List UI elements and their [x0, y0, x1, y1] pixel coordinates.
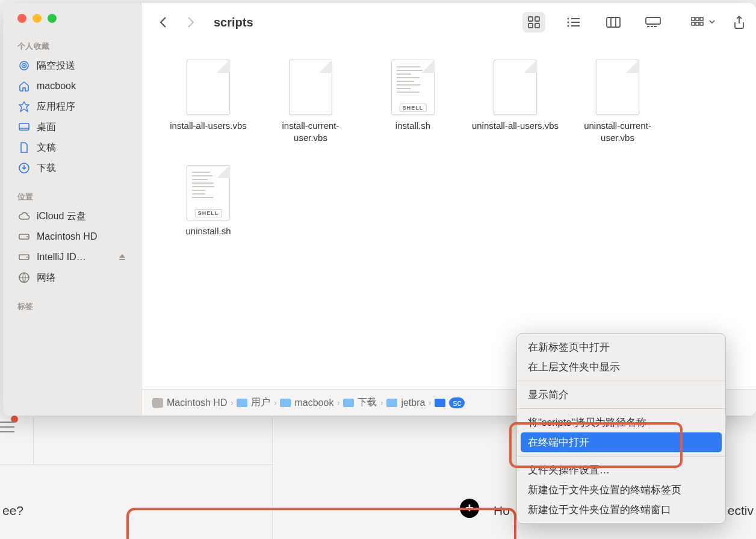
path-segment-label: 下载: [358, 396, 377, 409]
svg-rect-25: [692, 22, 695, 25]
context-menu-separator: [517, 456, 725, 456]
file-label: install-current-user.vbs: [265, 120, 356, 143]
window-controls: [3, 14, 141, 23]
sidebar-item-downloads[interactable]: 下载: [8, 158, 136, 178]
context-menu-item[interactable]: 新建位于文件夹位置的终端窗口: [517, 500, 725, 520]
sidebar-favorites-section: 个人收藏 隔空投送 macbook 应用程序 桌面 文稿: [3, 39, 141, 178]
chevron-right-icon: ›: [380, 399, 383, 407]
file-item[interactable]: uninstall-current-user.vbs: [572, 60, 663, 143]
svg-rect-12: [528, 23, 533, 28]
svg-point-15: [568, 22, 569, 23]
sidebar: 个人收藏 隔空投送 macbook 应用程序 桌面 文稿: [3, 3, 141, 416]
svg-rect-22: [692, 17, 695, 20]
sidebar-item-network[interactable]: 网络: [8, 267, 136, 288]
chevron-right-icon: ›: [274, 399, 276, 407]
sidebar-item-label: 隔空投送: [37, 60, 75, 72]
forward-button[interactable]: [180, 11, 202, 33]
sidebar-item-intellij[interactable]: IntelliJ ID…: [8, 247, 136, 267]
sidebar-section-header: 标签: [8, 299, 136, 316]
sidebar-item-label: 文稿: [37, 142, 56, 154]
path-segment[interactable]: 用户: [237, 396, 270, 409]
svg-rect-11: [535, 17, 539, 21]
context-menu-item[interactable]: 新建位于文件夹位置的终端标签页: [517, 480, 725, 500]
sidebar-item-documents[interactable]: 文稿: [8, 137, 136, 158]
path-segment[interactable]: 下载: [343, 396, 377, 409]
minimize-button[interactable]: [33, 14, 42, 23]
icon-view-button[interactable]: [522, 12, 545, 33]
svg-rect-10: [528, 17, 533, 21]
sidebar-locations-section: 位置 iCloud 云盘 Macintosh HD IntelliJ ID… 网…: [3, 189, 141, 288]
cloud-icon: [17, 210, 31, 223]
document-icon: [17, 141, 31, 154]
file-label: install-all-users.vbs: [170, 120, 247, 132]
file-item[interactable]: install-current-user.vbs: [265, 60, 356, 143]
path-segment[interactable]: jetbra: [386, 397, 425, 408]
svg-rect-23: [696, 17, 699, 20]
share-button[interactable]: [733, 15, 745, 30]
toolbar: scripts: [141, 3, 756, 42]
file-label: uninstall-current-user.vbs: [572, 120, 663, 143]
path-segment[interactable]: macbook: [280, 397, 333, 408]
file-label: uninstall-all-users.vbs: [472, 120, 559, 132]
sidebar-item-label: 下载: [37, 162, 56, 175]
svg-rect-13: [535, 23, 539, 28]
file-icon: [596, 60, 639, 115]
file-item[interactable]: uninstall-all-users.vbs: [470, 60, 560, 143]
context-menu-item[interactable]: 将"scripts"拷贝为路径名称: [517, 413, 725, 432]
context-menu-item[interactable]: 在上层文件夹中显示: [517, 357, 725, 377]
bg-text: ee?: [2, 503, 23, 518]
sidebar-item-home[interactable]: macbook: [8, 76, 136, 96]
svg-rect-19: [647, 26, 649, 27]
group-by-button[interactable]: [691, 17, 715, 28]
path-segment-label: 用户: [251, 396, 270, 409]
back-button[interactable]: [152, 11, 174, 33]
folder-icon: [343, 399, 354, 407]
sidebar-item-desktop[interactable]: 桌面: [8, 117, 136, 137]
file-item[interactable]: uninstall.sh: [163, 165, 253, 237]
file-icon: [391, 60, 435, 115]
disk-icon: [17, 251, 31, 264]
context-menu-item[interactable]: 在终端中打开: [521, 432, 722, 452]
column-view-button[interactable]: [602, 12, 625, 33]
svg-point-2: [23, 65, 25, 67]
context-menu-separator: [517, 381, 725, 381]
eject-icon[interactable]: [118, 253, 126, 261]
chevron-right-icon: ›: [337, 399, 339, 407]
path-segment[interactable]: sc: [435, 397, 465, 408]
file-icon: [187, 165, 230, 220]
gallery-view-button[interactable]: [642, 12, 665, 33]
file-item[interactable]: install.sh: [368, 60, 458, 143]
airdrop-icon: [17, 59, 31, 72]
chevron-down-icon: [709, 20, 715, 25]
close-button[interactable]: [17, 14, 26, 23]
svg-rect-3: [19, 123, 29, 130]
file-icon: [187, 60, 230, 115]
svg-rect-17: [607, 17, 620, 27]
context-menu-item[interactable]: 文件夹操作设置…: [517, 460, 725, 480]
applications-icon: [17, 100, 31, 113]
sidebar-item-macintosh-hd[interactable]: Macintosh HD: [8, 226, 136, 247]
sidebar-item-label: 应用程序: [37, 101, 75, 113]
svg-point-16: [568, 25, 569, 27]
window-title: scripts: [214, 16, 253, 30]
file-item[interactable]: install-all-users.vbs: [163, 60, 253, 143]
sidebar-item-label: macbook: [37, 81, 76, 92]
maximize-button[interactable]: [48, 14, 57, 23]
sidebar-tags-section: 标签: [3, 299, 141, 316]
path-segment[interactable]: Macintosh HD: [152, 397, 227, 408]
file-label: uninstall.sh: [185, 225, 231, 237]
list-view-button[interactable]: [562, 12, 585, 33]
svg-point-14: [568, 18, 569, 20]
context-menu-item[interactable]: 在新标签页中打开: [517, 337, 725, 357]
context-menu-item[interactable]: 显示简介: [517, 385, 725, 405]
bg-divider: [33, 418, 34, 464]
folder-icon: [280, 399, 291, 407]
sidebar-item-icloud[interactable]: iCloud 云盘: [8, 206, 136, 226]
sidebar-item-airdrop[interactable]: 隔空投送: [8, 55, 136, 76]
disk-icon: [152, 398, 163, 408]
sidebar-item-applications[interactable]: 应用程序: [8, 96, 136, 117]
sidebar-section-header: 个人收藏: [8, 39, 136, 55]
path-segment-label: macbook: [294, 397, 333, 408]
folder-icon: [386, 399, 397, 407]
sidebar-item-label: Macintosh HD: [37, 231, 97, 242]
